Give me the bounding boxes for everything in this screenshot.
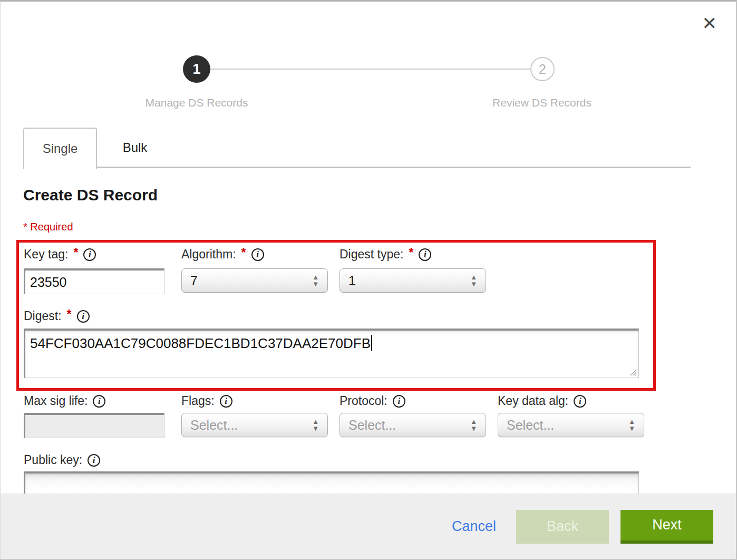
info-icon[interactable]: i (251, 248, 264, 261)
step-2-number: 2 (539, 62, 546, 77)
required-asterisk: * (73, 246, 78, 260)
resize-handle-icon[interactable] (629, 368, 637, 376)
max-sig-life-input[interactable] (24, 413, 164, 438)
info-glyph: i (225, 397, 227, 405)
tab-single[interactable]: Single (23, 128, 97, 169)
page-title: Create DS Record (23, 186, 158, 204)
flags-label-text: Flags: (181, 394, 215, 408)
info-glyph: i (82, 312, 84, 321)
info-icon[interactable]: i (83, 248, 96, 261)
tab-bar: Single Bulk (23, 128, 691, 168)
select-arrows-icon: ▲ ▼ (628, 419, 635, 431)
arrow-up-icon: ▲ (628, 419, 635, 424)
required-asterisk: * (67, 307, 72, 322)
select-arrows-icon: ▲ ▼ (470, 419, 477, 431)
key-tag-label-text: Key tag: (24, 247, 68, 262)
tab-bulk-label: Bulk (123, 140, 148, 155)
info-icon[interactable]: i (574, 395, 586, 408)
arrow-down-icon: ▼ (470, 281, 477, 287)
algorithm-select[interactable]: 7 ▲ ▼ (181, 268, 328, 293)
arrow-down-icon: ▼ (312, 281, 319, 287)
required-note: * Required (23, 221, 73, 233)
arrow-up-icon: ▲ (470, 419, 477, 424)
flags-select[interactable]: Select... ▲ ▼ (181, 413, 328, 437)
select-arrows-icon: ▲ ▼ (312, 419, 319, 431)
key-data-alg-select[interactable]: Select... ▲ ▼ (498, 413, 644, 437)
info-glyph: i (98, 397, 101, 405)
flags-select-value: Select... (190, 418, 238, 433)
back-button[interactable]: Back (516, 510, 609, 544)
info-icon[interactable]: i (393, 395, 405, 408)
stepper-connector (210, 69, 530, 70)
public-key-label: Public key: i (24, 453, 100, 467)
step-1-number: 1 (192, 61, 200, 78)
close-icon[interactable]: ✕ (702, 14, 717, 32)
algorithm-select-value: 7 (190, 273, 198, 288)
info-icon[interactable]: i (93, 395, 105, 408)
arrow-up-icon: ▲ (312, 419, 319, 424)
public-key-label-text: Public key: (24, 453, 82, 467)
max-sig-life-label-text: Max sig life: (24, 394, 88, 408)
digest-type-label: Digest type: * i (340, 247, 431, 262)
arrow-down-icon: ▼ (628, 426, 635, 431)
info-icon[interactable]: i (220, 395, 232, 408)
digest-type-select[interactable]: 1 ▲ ▼ (340, 268, 486, 293)
dialog-footer: Cancel Back Next (1, 494, 736, 559)
info-icon[interactable]: i (88, 454, 100, 467)
info-icon[interactable]: i (77, 310, 90, 323)
info-glyph: i (397, 397, 400, 405)
digest-value: 54FCF030AA1C79C0088FDEC1BD1C37DAA2E70DFB (30, 335, 371, 351)
max-sig-life-label: Max sig life: i (24, 394, 105, 408)
protocol-label: Protocol: i (340, 394, 405, 408)
tab-single-label: Single (43, 141, 78, 156)
digest-label: Digest: * i (24, 309, 90, 323)
step-1-circle: 1 (183, 55, 210, 83)
key-data-alg-label-text: Key data alg: (498, 394, 568, 408)
info-glyph: i (256, 250, 259, 259)
key-data-alg-select-value: Select... (507, 418, 554, 433)
info-glyph: i (424, 250, 426, 259)
info-glyph: i (93, 456, 95, 465)
cancel-button[interactable]: Cancel (452, 518, 496, 535)
step-2-circle: 2 (530, 57, 555, 81)
digest-type-select-value: 1 (348, 273, 356, 288)
required-asterisk: * (241, 246, 246, 260)
info-glyph: i (579, 397, 581, 405)
step-1-label: Manage DS Records (112, 96, 281, 109)
arrow-up-icon: ▲ (312, 274, 319, 280)
flags-label: Flags: i (181, 394, 232, 408)
key-data-alg-label: Key data alg: i (498, 394, 586, 408)
key-tag-label: Key tag: * i (24, 247, 96, 262)
key-tag-input[interactable] (24, 268, 164, 294)
digest-textarea[interactable]: 54FCF030AA1C79C0088FDEC1BD1C37DAA2E70DFB (24, 329, 639, 378)
protocol-label-text: Protocol: (340, 394, 387, 408)
create-ds-record-dialog: ✕ 1 2 Manage DS Records Review DS Record… (0, 0, 737, 560)
step-2-label: Review DS Records (458, 96, 626, 109)
digest-type-label-text: Digest type: (340, 247, 403, 262)
tab-bulk[interactable]: Bulk (97, 128, 173, 168)
select-arrows-icon: ▲ ▼ (470, 274, 477, 286)
info-icon[interactable]: i (419, 248, 431, 261)
protocol-select-value: Select... (348, 418, 396, 433)
text-cursor (371, 335, 372, 351)
arrow-up-icon: ▲ (470, 274, 477, 280)
arrow-down-icon: ▼ (470, 426, 477, 431)
algorithm-label-text: Algorithm: (181, 247, 236, 262)
required-asterisk: * (409, 246, 413, 260)
next-button[interactable]: Next (620, 510, 713, 544)
algorithm-label: Algorithm: * i (181, 247, 264, 262)
arrow-down-icon: ▼ (312, 426, 319, 431)
protocol-select[interactable]: Select... ▲ ▼ (340, 413, 486, 437)
info-glyph: i (89, 250, 91, 259)
select-arrows-icon: ▲ ▼ (312, 274, 319, 286)
digest-label-text: Digest: (24, 309, 62, 323)
